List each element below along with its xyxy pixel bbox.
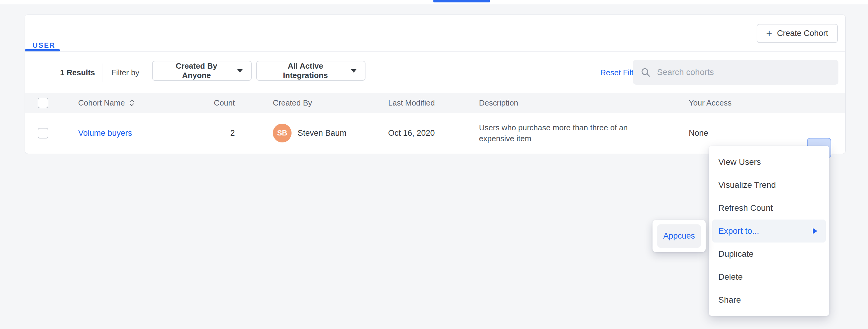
created-by-filter-dropdown[interactable]: Created By Anyone [152, 61, 252, 81]
description-line-2: expensive item [479, 134, 628, 143]
description-cell: Users who purchase more than three of an… [479, 112, 628, 154]
filter-divider [103, 63, 103, 82]
created-by-filter-value: Created By Anyone [161, 61, 232, 80]
header-your-access[interactable]: Your Access [689, 93, 732, 112]
submenu-item-appcues[interactable]: Appcues [657, 224, 701, 248]
search-icon [640, 67, 651, 78]
results-count: 1 Results [60, 52, 95, 93]
top-nav-active-tab-indicator [433, 0, 490, 2]
creator-name: Steven Baum [298, 129, 346, 138]
your-access-cell: None [689, 112, 708, 154]
select-all-checkbox-cell [38, 93, 48, 112]
panel-tab-bar: USER + Create Cohort [25, 15, 845, 52]
header-created-by[interactable]: Created By [273, 93, 312, 112]
chevron-down-icon [351, 69, 356, 73]
select-all-checkbox[interactable] [38, 98, 48, 108]
create-cohort-button[interactable]: + Create Cohort [756, 24, 838, 43]
header-cohort-name-label: Cohort Name [78, 98, 125, 108]
sort-icon [129, 100, 134, 106]
cohorts-screen: USER + Create Cohort 1 Results Filter by… [0, 0, 868, 329]
avatar: SB [273, 124, 291, 142]
arrow-right-icon [813, 228, 817, 234]
search-cohorts-input[interactable] [657, 67, 831, 77]
integrations-filter-value: All Active Integrations [265, 61, 346, 80]
active-tab-underline [25, 49, 60, 51]
created-by-cell: SB Steven Baum [273, 112, 346, 154]
plus-icon: + [766, 28, 772, 38]
row-checkbox[interactable] [38, 128, 48, 138]
search-box[interactable] [633, 60, 838, 85]
row-actions-menu: View Users Visualize Trend Refresh Count… [709, 146, 829, 316]
menu-item-export-to[interactable]: Export to... [712, 220, 826, 243]
menu-item-visualize-trend[interactable]: Visualize Trend [712, 173, 826, 196]
cohort-name-link[interactable]: Volume buyers [78, 129, 132, 138]
export-submenu: Appcues [652, 220, 706, 252]
chevron-down-icon [237, 69, 243, 73]
menu-item-share[interactable]: Share [712, 289, 826, 311]
menu-item-view-users[interactable]: View Users [712, 150, 826, 173]
header-cohort-name[interactable]: Cohort Name [78, 93, 134, 112]
menu-item-delete[interactable]: Delete [712, 266, 826, 289]
cohorts-panel: USER + Create Cohort 1 Results Filter by… [25, 15, 846, 154]
tab-user[interactable]: USER [33, 42, 56, 50]
header-last-modified[interactable]: Last Modified [388, 93, 435, 112]
cohort-count: 2 [170, 112, 235, 154]
menu-item-refresh-count[interactable]: Refresh Count [712, 196, 826, 220]
menu-item-export-to-label: Export to... [718, 226, 759, 236]
header-description[interactable]: Description [479, 93, 518, 112]
description-line-1: Users who purchase more than three of an [479, 123, 628, 133]
filter-bar: 1 Results Filter by Created By Anyone Al… [25, 52, 845, 93]
menu-item-duplicate[interactable]: Duplicate [712, 243, 826, 266]
integrations-filter-dropdown[interactable]: All Active Integrations [256, 61, 366, 81]
filter-by-label: Filter by [112, 52, 139, 93]
last-modified-cell: Oct 16, 2020 [388, 112, 435, 154]
table-header-row: Cohort Name Count Created By Last Modifi… [25, 93, 845, 112]
row-checkbox-cell [38, 112, 48, 154]
header-count[interactable]: Count [170, 93, 235, 112]
create-cohort-label: Create Cohort [777, 29, 828, 38]
